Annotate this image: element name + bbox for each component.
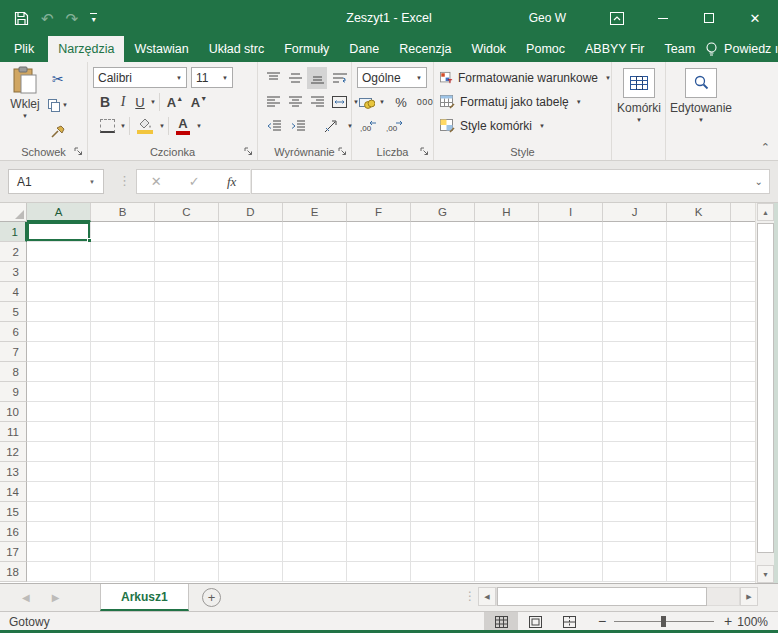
cell-B11[interactable] — [91, 422, 155, 442]
cells-button[interactable]: Komórki ▼ — [619, 68, 659, 123]
tab-wstawian[interactable]: Wstawian — [124, 36, 198, 62]
cell-B13[interactable] — [91, 462, 155, 482]
cell-K11[interactable] — [667, 422, 731, 442]
select-all-corner[interactable] — [0, 203, 27, 222]
zoom-out-button[interactable]: − — [598, 613, 606, 629]
cell-K15[interactable] — [667, 502, 731, 522]
cell-G4[interactable] — [411, 282, 475, 302]
cell-D12[interactable] — [219, 442, 283, 462]
cell-G2[interactable] — [411, 242, 475, 262]
orientation-icon[interactable] — [319, 115, 343, 137]
tab-pomoc[interactable]: Pomoc — [516, 36, 575, 62]
cell-partial-12[interactable] — [731, 442, 756, 462]
add-sheet-button[interactable]: + — [202, 588, 221, 607]
cell-J5[interactable] — [603, 302, 667, 322]
cell-H6[interactable] — [475, 322, 539, 342]
cell-D6[interactable] — [219, 322, 283, 342]
cell-B17[interactable] — [91, 542, 155, 562]
row-header-12[interactable]: 12 — [0, 442, 27, 462]
cell-F14[interactable] — [347, 482, 411, 502]
cell-partial-15[interactable] — [731, 502, 756, 522]
cell-F10[interactable] — [347, 402, 411, 422]
cell-F11[interactable] — [347, 422, 411, 442]
cell-H4[interactable] — [475, 282, 539, 302]
cell-H16[interactable] — [475, 522, 539, 542]
cell-D4[interactable] — [219, 282, 283, 302]
cell-I9[interactable] — [539, 382, 603, 402]
cell-E4[interactable] — [283, 282, 347, 302]
cell-K5[interactable] — [667, 302, 731, 322]
cell-J14[interactable] — [603, 482, 667, 502]
cell-A12[interactable] — [27, 442, 91, 462]
cell-B16[interactable] — [91, 522, 155, 542]
cell-J7[interactable] — [603, 342, 667, 362]
editing-button[interactable]: Edytowanie ▼ — [681, 68, 721, 123]
cell-J13[interactable] — [603, 462, 667, 482]
cell-H12[interactable] — [475, 442, 539, 462]
cell-D2[interactable] — [219, 242, 283, 262]
font-color-dropdown-icon[interactable]: ▼ — [196, 123, 202, 129]
cell-partial-14[interactable] — [731, 482, 756, 502]
close-button[interactable]: ✕ — [732, 0, 778, 36]
align-middle-icon[interactable] — [285, 67, 305, 89]
cell-I2[interactable] — [539, 242, 603, 262]
cell-H10[interactable] — [475, 402, 539, 422]
dialog-launcher-icon[interactable] — [420, 147, 430, 157]
insert-function-icon[interactable]: fx — [227, 174, 236, 190]
cell-B9[interactable] — [91, 382, 155, 402]
cell-J4[interactable] — [603, 282, 667, 302]
vertical-scrollbar[interactable]: ▲ ▼ — [755, 203, 774, 583]
conditional-formatting-button[interactable]: Formatowanie warunkowe ▼ — [434, 67, 611, 89]
paste-dropdown-icon[interactable]: ▼ — [22, 113, 28, 119]
cell-D18[interactable] — [219, 562, 283, 582]
horizontal-scroll-thumb[interactable] — [497, 587, 707, 606]
format-painter-icon[interactable] — [48, 120, 68, 142]
cell-F9[interactable] — [347, 382, 411, 402]
cell-C16[interactable] — [155, 522, 219, 542]
copy-dropdown-icon[interactable]: ▼ — [62, 102, 68, 108]
cell-F8[interactable] — [347, 362, 411, 382]
cell-A13[interactable] — [27, 462, 91, 482]
cell-partial-2[interactable] — [731, 242, 756, 262]
cell-D7[interactable] — [219, 342, 283, 362]
tab-uk-ad-strc[interactable]: Układ strc — [199, 36, 275, 62]
decrease-font-button[interactable]: A▼ — [187, 91, 211, 113]
underline-button[interactable]: U — [132, 91, 148, 113]
format-as-table-button[interactable]: Formatuj jako tabelę ▼ — [434, 91, 611, 113]
cell-F12[interactable] — [347, 442, 411, 462]
save-icon[interactable] — [14, 11, 29, 26]
cell-F7[interactable] — [347, 342, 411, 362]
tab-narz-dzia[interactable]: Narzędzia — [48, 36, 124, 62]
cell-I11[interactable] — [539, 422, 603, 442]
row-header-15[interactable]: 15 — [0, 502, 27, 522]
cell-A4[interactable] — [27, 282, 91, 302]
cell-K7[interactable] — [667, 342, 731, 362]
wrap-text-icon[interactable] — [329, 67, 351, 89]
row-header-2[interactable]: 2 — [0, 242, 27, 262]
cell-I18[interactable] — [539, 562, 603, 582]
cell-styles-button[interactable]: Style komórki ▼ — [434, 115, 611, 137]
cell-D15[interactable] — [219, 502, 283, 522]
cell-F18[interactable] — [347, 562, 411, 582]
cell-A16[interactable] — [27, 522, 91, 542]
cell-J16[interactable] — [603, 522, 667, 542]
cell-C14[interactable] — [155, 482, 219, 502]
cell-K10[interactable] — [667, 402, 731, 422]
column-header-partial[interactable] — [731, 203, 756, 222]
underline-dropdown-icon[interactable]: ▼ — [150, 99, 156, 105]
cell-C5[interactable] — [155, 302, 219, 322]
cell-G3[interactable] — [411, 262, 475, 282]
cell-J10[interactable] — [603, 402, 667, 422]
cell-G18[interactable] — [411, 562, 475, 582]
cell-E17[interactable] — [283, 542, 347, 562]
cell-A15[interactable] — [27, 502, 91, 522]
cell-C17[interactable] — [155, 542, 219, 562]
cell-I8[interactable] — [539, 362, 603, 382]
cell-C18[interactable] — [155, 562, 219, 582]
align-left-icon[interactable] — [263, 91, 283, 113]
zoom-level[interactable]: 100% — [737, 615, 768, 629]
row-header-13[interactable]: 13 — [0, 462, 27, 482]
cell-A17[interactable] — [27, 542, 91, 562]
accounting-format-icon[interactable] — [357, 91, 377, 113]
cell-I5[interactable] — [539, 302, 603, 322]
